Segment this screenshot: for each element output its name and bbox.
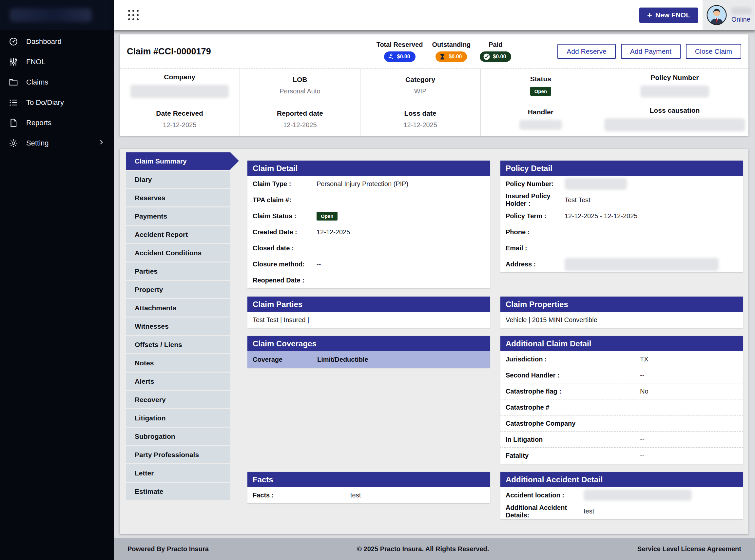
row-label: Claim Status : [253, 212, 317, 220]
facts-panel: Facts Facts :test [247, 472, 490, 503]
row-value: TX [640, 356, 649, 363]
info-value: WIP [414, 87, 426, 95]
info-label: Loss causation [650, 106, 700, 114]
tab-alerts[interactable]: Alerts [126, 373, 231, 390]
limit-deductible-column-label: Limit/Deductible [317, 356, 368, 363]
new-fnol-button[interactable]: + New FNOL [639, 7, 698, 23]
sidebar-item-todo-diary[interactable]: To Do/Diary [0, 93, 114, 113]
panel-title: Additional Accident Detail [500, 472, 743, 487]
logo-redacted [10, 8, 92, 22]
tab-party-professionals[interactable]: Party Professionals [126, 446, 231, 463]
new-fnol-label: New FNOL [655, 11, 690, 19]
tab-label: Parties [135, 267, 158, 275]
panel-title: Additional Claim Detail [500, 336, 743, 351]
sidebar-item-label: Dashboard [26, 37, 62, 46]
tab-label: Recovery [135, 396, 166, 404]
add-reserve-button[interactable]: Add Reserve [557, 44, 615, 59]
info-value: 12-12-2025 [403, 121, 437, 129]
panel-title: Claim Parties [247, 297, 490, 312]
detail-row-created-date: Created Date :12-12-2025 [247, 224, 490, 240]
panel-title: Claim Properties [500, 297, 743, 312]
row-value: -- [640, 436, 644, 443]
tab-label: Letter [135, 469, 154, 477]
tab-estimate[interactable]: Estimate [126, 483, 231, 500]
row-label: Closed date : [253, 244, 317, 252]
tab-accident-conditions[interactable]: Accident Conditions [126, 244, 231, 261]
list-icon [8, 98, 18, 107]
row-value: Personal Injury Protection (PIP) [317, 180, 408, 188]
row-label: Policy Number: [505, 180, 564, 188]
online-status: Online [731, 16, 750, 23]
detail-row-email: Email : [500, 240, 743, 256]
close-claim-button[interactable]: Close Claim [686, 44, 741, 59]
detail-row-catastrophe-company: Catastrophe Company [500, 416, 743, 432]
tab-label: Attachments [135, 304, 176, 312]
row-label: Claim Type : [253, 180, 317, 188]
sidebar-item-reports[interactable]: Reports [0, 113, 114, 133]
row-label: Reopened Date : [253, 277, 317, 284]
footer-license-link[interactable]: Service Level License Agreement [637, 545, 741, 553]
row-label: Jurisdiction : [505, 356, 640, 363]
tab-label: Notes [135, 359, 154, 367]
detail-row-fatality: Fatality-- [500, 447, 743, 464]
info-cell-lob: LOBPersonal Auto [240, 69, 360, 102]
panels-right-column: Policy Detail Policy Number:Insured Poli… [500, 161, 743, 519]
tab-notes[interactable]: Notes [126, 354, 231, 372]
apps-grid-icon[interactable] [128, 10, 139, 20]
tab-label: Alerts [135, 378, 154, 385]
detail-row-phone: Phone : [500, 224, 743, 240]
detail-row-insured-policy-holder: Insured Policy Holder :Test Test [500, 192, 743, 208]
footer-powered-by: Powered By Practo Insura [127, 545, 209, 553]
status-badge: Open [317, 212, 338, 221]
row-value: -- [317, 260, 321, 268]
additional-accident-detail-panel: Additional Accident Detail Accident loca… [500, 472, 743, 519]
sidebar-item-dashboard[interactable]: Dashboard [0, 32, 114, 52]
tab-subrogation[interactable]: Subrogation [126, 427, 231, 445]
gear-icon [8, 138, 18, 148]
tab-reserves[interactable]: Reserves [126, 189, 231, 206]
sidebar-item-claims[interactable]: Claims [0, 72, 114, 93]
tab-diary[interactable]: Diary [126, 171, 231, 188]
tab-parties[interactable]: Parties [126, 262, 231, 280]
row-value: Test Test [564, 196, 591, 204]
claim-parties-panel: Claim Parties Test Test | Insured | [247, 297, 490, 328]
detail-row-jurisdiction: Jurisdiction :TX [500, 351, 743, 367]
app-logo[interactable] [0, 0, 114, 30]
document-icon [8, 118, 18, 128]
sidebar-nav: Dashboard FNOL Claims To Do/Diary Report… [0, 30, 114, 153]
tab-claim-summary[interactable]: Claim Summary [126, 152, 231, 170]
user-menu[interactable]: Online [702, 0, 755, 30]
row-label: Catastrophe Company [505, 420, 640, 427]
sidebar-item-setting[interactable]: Setting [0, 133, 114, 153]
tab-label: Reserves [135, 194, 165, 202]
hourglass-icon [439, 53, 446, 60]
sidebar-item-fnol[interactable]: FNOL [0, 52, 114, 72]
tab-letter[interactable]: Letter [126, 464, 231, 482]
claim-coverages-panel: Claim Coverages Coverage Limit/Deductibl… [247, 336, 490, 368]
info-value: 12-12-2025 [283, 121, 317, 129]
claim-header-card: Claim #CCI-0000179 Total Reserved $0.00 [120, 34, 749, 136]
tab-recovery[interactable]: Recovery [126, 391, 231, 408]
row-label: Address : [505, 260, 564, 268]
detail-row-second-handler: Second Handler :-- [500, 367, 743, 383]
page-title: Claim #CCI-0000179 [127, 46, 211, 57]
tab-litigation[interactable]: Litigation [126, 409, 231, 427]
tab-attachments[interactable]: Attachments [126, 299, 231, 317]
sidebar-item-label: Setting [26, 139, 49, 147]
claim-properties-panel: Claim Properties Vehicle | 2015 MINI Con… [500, 297, 743, 328]
row-label: Catastrophe flag : [505, 388, 640, 395]
tab-label: Party Professionals [135, 451, 199, 459]
tab-property[interactable]: Property [126, 281, 231, 298]
tab-accident-report[interactable]: Accident Report [126, 226, 231, 243]
tab-label: Estimate [135, 487, 163, 496]
tab-witnesses[interactable]: Witnesses [126, 318, 231, 335]
tab-offsets-liens[interactable]: Offsets / Liens [126, 336, 231, 353]
detail-row-additional-accident-details: Additional Accident Details:test [500, 503, 743, 519]
add-payment-button[interactable]: Add Payment [621, 44, 681, 59]
row-value: No [640, 388, 649, 395]
panel-title: Claim Coverages [247, 336, 490, 351]
info-label: Handler [528, 108, 554, 116]
tab-payments[interactable]: Payments [126, 207, 231, 225]
row-value: 12-12-2025 [317, 228, 350, 236]
panel-title: Facts [247, 472, 490, 487]
